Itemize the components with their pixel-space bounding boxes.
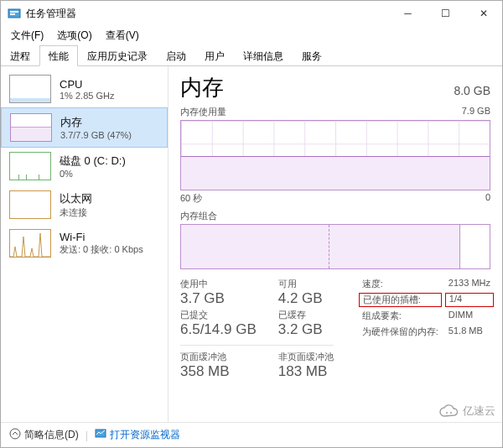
sidebar-item-cpu[interactable]: CPU 1% 2.85 GHz	[1, 70, 168, 108]
cpu-thumbnail	[9, 75, 51, 103]
svg-rect-1	[10, 11, 18, 13]
menu-options[interactable]: 选项(O)	[50, 27, 98, 44]
spec-form: DIMM	[449, 310, 490, 322]
tab-details[interactable]: 详细信息	[234, 45, 293, 66]
sidebar-item-title: 内存	[60, 115, 132, 130]
stat-label-nonpaged: 非页面缓冲池	[278, 351, 334, 363]
open-resource-monitor-link[interactable]: 打开资源监视器	[95, 428, 180, 442]
composition-label: 内存组合	[180, 210, 217, 222]
sidebar-item-sub: 3.7/7.9 GB (47%)	[60, 130, 132, 140]
stat-paged: 358 MB	[180, 363, 257, 380]
spec-hw-reserved: 51.8 MB	[449, 326, 490, 338]
graph-time-axis: 60 秒	[180, 192, 202, 205]
sidebar-item-disk[interactable]: 磁盘 0 (C: D:) 0%	[1, 147, 168, 185]
menu-file[interactable]: 文件(F)	[4, 27, 50, 44]
stat-label-committed: 已提交	[180, 309, 257, 321]
sidebar-item-title: CPU	[60, 78, 114, 91]
sidebar-item-wifi[interactable]: Wi-Fi 发送: 0 接收: 0 Kbps	[1, 224, 168, 263]
sidebar: CPU 1% 2.85 GHz 内存 3.7/7.9 GB (47%) 磁盘 0…	[1, 66, 169, 422]
stat-label-available: 可用	[278, 278, 334, 290]
svg-rect-2	[10, 13, 15, 15]
sidebar-item-title: 以太网	[60, 191, 92, 206]
stat-available: 4.2 GB	[278, 290, 334, 307]
tab-startup[interactable]: 启动	[157, 45, 195, 66]
stats-block: 使用中 3.7 GB 可用 4.2 GB 已提交 6.5/14.9 GB 已缓存…	[180, 278, 490, 380]
sidebar-item-sub: 1% 2.85 GHz	[60, 91, 114, 101]
stat-in-use: 3.7 GB	[180, 290, 257, 307]
tab-services[interactable]: 服务	[293, 45, 331, 66]
sidebar-item-sub: 发送: 0 接收: 0 Kbps	[60, 243, 143, 256]
fewer-details-button[interactable]: 简略信息(D)	[9, 428, 79, 442]
spec-speed: 2133 MHz	[449, 278, 490, 290]
footer-bar: 简略信息(D) | 打开资源监视器	[1, 422, 502, 447]
memory-thumbnail	[10, 113, 52, 142]
chevron-up-icon	[9, 428, 21, 442]
sidebar-item-title: 磁盘 0 (C: D:)	[60, 154, 126, 169]
tab-users[interactable]: 用户	[195, 45, 234, 66]
usage-graph-label: 内存使用量	[180, 106, 226, 118]
resource-monitor-icon	[95, 428, 106, 442]
stat-label-paged: 页面缓冲池	[180, 351, 257, 363]
memory-composition-graph[interactable]	[180, 224, 490, 269]
spec-label-hw-reserved: 为硬件保留的内存:	[362, 326, 438, 338]
usage-graph-max: 7.9 GB	[462, 106, 490, 118]
svg-point-5	[446, 412, 448, 414]
stat-committed: 6.5/14.9 GB	[180, 321, 257, 338]
open-resource-monitor-label: 打开资源监视器	[110, 428, 180, 442]
titlebar: 任务管理器 ─ ☐ ✕	[1, 1, 502, 26]
stat-cached: 3.2 GB	[278, 321, 334, 338]
content-area: CPU 1% 2.85 GHz 内存 3.7/7.9 GB (47%) 磁盘 0…	[1, 66, 502, 422]
window-title: 任务管理器	[26, 7, 389, 21]
watermark-text: 亿速云	[463, 404, 495, 419]
menu-view[interactable]: 查看(V)	[99, 27, 146, 44]
spec-label-speed: 速度:	[362, 278, 438, 290]
tab-strip: 进程 性能 应用历史记录 启动 用户 详细信息 服务	[1, 44, 502, 66]
total-capacity: 8.0 GB	[454, 84, 490, 97]
tab-app-history[interactable]: 应用历史记录	[78, 45, 157, 66]
minimize-button[interactable]: ─	[389, 1, 427, 26]
fewer-details-label: 简略信息(D)	[24, 428, 79, 442]
spec-slots: 1/4	[445, 293, 494, 307]
sidebar-item-sub: 未连接	[60, 206, 92, 219]
sidebar-item-memory[interactable]: 内存 3.7/7.9 GB (47%)	[1, 107, 168, 148]
spec-label-slots: 已使用的插槽:	[359, 293, 442, 307]
maximize-button[interactable]: ☐	[427, 1, 464, 26]
disk-thumbnail	[9, 152, 51, 180]
tab-performance[interactable]: 性能	[39, 45, 78, 66]
stat-label-in-use: 使用中	[180, 278, 257, 290]
wifi-thumbnail	[9, 229, 51, 258]
ethernet-thumbnail	[9, 190, 51, 219]
close-button[interactable]: ✕	[464, 1, 502, 26]
sidebar-item-ethernet[interactable]: 以太网 未连接	[1, 185, 168, 224]
tab-processes[interactable]: 进程	[1, 45, 39, 66]
app-icon	[8, 7, 21, 20]
svg-point-6	[450, 412, 452, 414]
spec-label-form: 组成要素:	[362, 310, 438, 322]
cloud-icon	[439, 404, 459, 418]
stat-nonpaged: 183 MB	[278, 363, 334, 380]
memory-usage-graph[interactable]	[180, 120, 490, 190]
graph-zero: 0	[485, 192, 490, 205]
stat-label-cached: 已缓存	[278, 309, 334, 321]
main-panel: 内存 8.0 GB 内存使用量 7.9 GB 60 秒 0 内存组合 使用中 3…	[169, 66, 502, 422]
menubar: 文件(F) 选项(O) 查看(V)	[1, 26, 502, 44]
watermark: 亿速云	[439, 404, 495, 419]
sidebar-item-title: Wi-Fi	[60, 231, 143, 243]
window-controls: ─ ☐ ✕	[389, 1, 502, 26]
sidebar-item-sub: 0%	[60, 169, 126, 179]
page-heading: 内存	[180, 73, 224, 102]
svg-point-3	[10, 429, 20, 439]
